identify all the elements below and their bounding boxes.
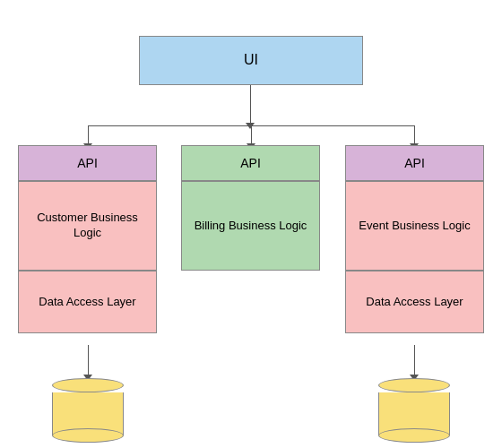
customer-logic-box: Customer Business Logic bbox=[18, 181, 157, 271]
event-dal-box: Data Access Layer bbox=[345, 271, 484, 333]
customer-api-label: API bbox=[77, 155, 98, 171]
ui-label: UI bbox=[244, 51, 258, 70]
col2-connector bbox=[251, 125, 252, 145]
billing-logic-label: Billing Business Logic bbox=[195, 219, 307, 234]
ui-connector-line bbox=[250, 85, 251, 125]
customer-logic-label: Customer Business Logic bbox=[22, 211, 152, 241]
customer-db-container: Database bbox=[52, 378, 124, 448]
column-event: API Event Business Logic Data Access Lay… bbox=[345, 145, 484, 333]
event-db-container: Database bbox=[378, 378, 450, 448]
billing-api-label: API bbox=[240, 155, 261, 171]
col3-db-connector bbox=[414, 345, 415, 376]
customer-db-top bbox=[52, 378, 124, 392]
billing-api-box: API bbox=[181, 145, 320, 181]
customer-dal-label: Data Access Layer bbox=[39, 295, 135, 310]
event-api-box: API bbox=[345, 145, 484, 181]
customer-api-box: API bbox=[18, 145, 157, 181]
col1-db-connector bbox=[88, 345, 89, 376]
column-billing: API Billing Business Logic bbox=[181, 145, 320, 271]
column-customer: API Customer Business Logic Data Access … bbox=[18, 145, 157, 333]
ui-box: UI bbox=[139, 36, 363, 85]
col1-connector bbox=[88, 125, 89, 145]
event-logic-label: Event Business Logic bbox=[359, 219, 470, 234]
col3-connector bbox=[414, 125, 415, 145]
customer-dal-box: Data Access Layer bbox=[18, 271, 157, 333]
customer-db-cylinder bbox=[52, 378, 124, 443]
event-db-bottom bbox=[378, 428, 450, 443]
event-db-cylinder bbox=[378, 378, 450, 443]
event-dal-label: Data Access Layer bbox=[366, 295, 463, 310]
diagram: UI API Customer Business Logic Data Acce… bbox=[0, 0, 502, 448]
event-api-label: API bbox=[404, 155, 425, 171]
event-db-top bbox=[378, 378, 450, 392]
customer-db-bottom bbox=[52, 428, 124, 443]
event-logic-box: Event Business Logic bbox=[345, 181, 484, 271]
billing-logic-box: Billing Business Logic bbox=[181, 181, 320, 271]
